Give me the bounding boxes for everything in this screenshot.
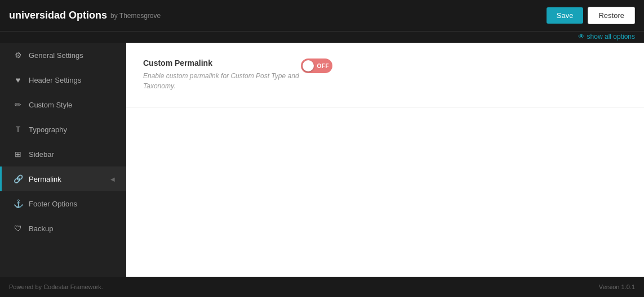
sidebar: ⚙General Settings♥Header Settings✏Custom… [0, 43, 126, 277]
sidebar-item-label-permalink: Permalink [29, 175, 61, 183]
toggle-switch-custom-permalink[interactable]: OFF [301, 58, 332, 73]
main-content: Custom PermalinkEnable custom permalink … [126, 43, 644, 277]
footer-version: Version 1.0.1 [599, 284, 635, 290]
sidebar-arrow-icon: ◀ [110, 176, 115, 182]
sidebar-item-label-general-settings: General Settings [29, 51, 83, 60]
show-all-row: 👁 show all options [0, 32, 644, 43]
sidebar-item-label-typography: Typography [29, 125, 67, 134]
sidebar-item-label-sidebar: Sidebar [29, 150, 54, 159]
body-area: ⚙General Settings♥Header Settings✏Custom… [0, 43, 644, 277]
eye-icon: 👁 [578, 33, 585, 40]
setting-row-custom-permalink: Custom PermalinkEnable custom permalink … [126, 43, 644, 107]
sidebar-item-permalink[interactable]: 🔗Permalink◀ [0, 166, 126, 191]
show-all-options-link[interactable]: 👁 show all options [578, 33, 635, 40]
topbar: universidad Options by Themesgrove Save … [0, 0, 644, 32]
setting-desc-custom-permalink: Enable custom permalink for Custom Post … [143, 71, 301, 91]
custom-style-icon: ✏ [13, 100, 23, 109]
sidebar-item-header-settings[interactable]: ♥Header Settings [0, 68, 126, 92]
setting-control-custom-permalink: OFF [301, 58, 332, 73]
restore-button[interactable]: Restore [588, 7, 635, 24]
sidebar-item-typography[interactable]: TTypography [0, 117, 126, 142]
topbar-actions: Save Restore [547, 7, 635, 24]
sidebar-item-sidebar[interactable]: ⊞Sidebar [0, 142, 126, 166]
sidebar-item-backup[interactable]: 🛡Backup [0, 216, 126, 241]
setting-label-custom-permalink: Custom Permalink [143, 58, 301, 68]
sidebar-item-footer-options[interactable]: ⚓Footer Options [0, 191, 126, 216]
setting-label-area-custom-permalink: Custom PermalinkEnable custom permalink … [143, 58, 301, 91]
sidebar-item-general-settings[interactable]: ⚙General Settings [0, 43, 126, 68]
header-settings-icon: ♥ [13, 75, 23, 84]
sidebar-item-label-backup: Backup [29, 224, 53, 233]
app-subtitle: by Themesgrove [110, 12, 161, 20]
toggle-knob-custom-permalink [303, 60, 314, 71]
app-title: universidad Options [9, 10, 107, 21]
sidebar-item-label-footer-options: Footer Options [29, 200, 77, 208]
footer-powered-by: Powered by Codestar Framework. [9, 284, 103, 290]
sidebar-item-custom-style[interactable]: ✏Custom Style [0, 92, 126, 117]
backup-icon: 🛡 [13, 224, 23, 233]
sidebar-item-label-custom-style: Custom Style [29, 101, 72, 109]
sidebar-icon: ⊞ [13, 150, 23, 159]
sidebar-item-label-header-settings: Header Settings [29, 76, 81, 84]
general-settings-icon: ⚙ [13, 51, 23, 60]
permalink-icon: 🔗 [13, 174, 23, 183]
footer-options-icon: ⚓ [13, 199, 23, 208]
save-button[interactable]: Save [547, 7, 584, 24]
footer: Powered by Codestar Framework. Version 1… [0, 277, 644, 297]
toggle-custom-permalink[interactable]: OFF [301, 58, 332, 73]
typography-icon: T [13, 125, 23, 134]
toggle-label-custom-permalink: OFF [317, 63, 330, 69]
